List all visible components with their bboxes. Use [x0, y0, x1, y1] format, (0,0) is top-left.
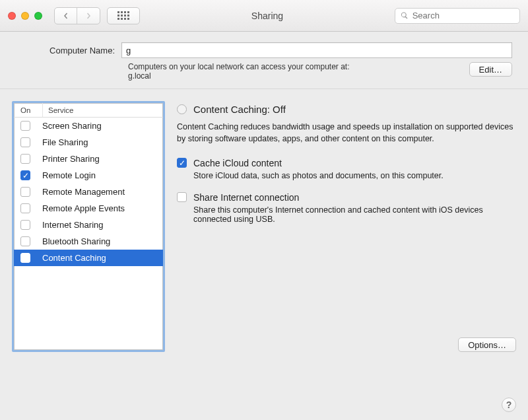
service-label: Remote Login: [42, 170, 96, 180]
share-internet-label: Share Internet connection: [193, 192, 299, 203]
service-row[interactable]: Bluetooth Sharing: [14, 233, 163, 250]
sharing-prefpane: Sharing Computer Name: g Computers on yo…: [0, 0, 528, 420]
back-button[interactable]: [55, 8, 77, 24]
service-row[interactable]: Remote Management: [14, 184, 163, 200]
minimize-window-button[interactable]: [21, 12, 29, 20]
service-row[interactable]: File Sharing: [14, 134, 163, 151]
service-enable-checkbox[interactable]: [20, 137, 30, 147]
services-list-header: On Service: [14, 103, 163, 118]
service-label: Remote Management: [42, 187, 125, 197]
computer-name-section: Computer Name: g Computers on your local…: [0, 32, 528, 89]
service-detail: Content Caching: Off Content Caching red…: [177, 101, 516, 352]
service-enable-checkbox[interactable]: [20, 253, 30, 263]
service-enable-checkbox[interactable]: [20, 154, 30, 164]
forward-button[interactable]: [77, 8, 100, 24]
close-window-button[interactable]: [8, 12, 16, 20]
content-area: On Service Screen SharingFile SharingPri…: [0, 89, 528, 364]
computer-name-field[interactable]: g: [121, 42, 512, 58]
share-internet-checkbox[interactable]: [177, 192, 187, 202]
service-row[interactable]: Screen Sharing: [14, 118, 163, 134]
search-icon: [401, 11, 409, 20]
share-internet-description: Share this computer's Internet connectio…: [193, 205, 516, 224]
service-label: Screen Sharing: [42, 121, 102, 131]
column-service-header[interactable]: Service: [43, 103, 163, 117]
service-row[interactable]: Remote Login: [14, 167, 163, 184]
service-status: Content Caching: Off: [193, 104, 286, 115]
cache-icloud-checkbox[interactable]: [177, 158, 187, 168]
services-list-body: Screen SharingFile SharingPrinter Sharin…: [14, 118, 163, 350]
service-row[interactable]: Remote Apple Events: [14, 200, 163, 217]
chevron-left-icon: [63, 13, 69, 19]
back-forward-segment: [54, 7, 100, 24]
computer-name-hint: Computers on your local network can acce…: [128, 62, 349, 81]
services-list[interactable]: On Service Screen SharingFile SharingPri…: [12, 101, 165, 352]
service-row[interactable]: Printer Sharing: [14, 151, 163, 167]
titlebar: Sharing: [0, 0, 528, 32]
service-enable-checkbox[interactable]: [20, 236, 30, 246]
zoom-window-button[interactable]: [34, 12, 42, 20]
service-description: Content Caching reduces bandwidth usage …: [177, 122, 516, 145]
edit-hostname-button[interactable]: Edit…: [469, 62, 512, 77]
service-label: File Sharing: [42, 137, 88, 147]
show-all-button[interactable]: [107, 7, 140, 24]
options-button[interactable]: Options…: [458, 337, 516, 352]
service-label: Content Caching: [42, 253, 106, 263]
service-label: Internet Sharing: [42, 220, 104, 230]
service-label: Remote Apple Events: [42, 203, 125, 213]
status-indicator-icon: [177, 104, 187, 114]
window-controls: [8, 12, 42, 20]
service-label: Bluetooth Sharing: [42, 236, 110, 246]
cache-icloud-label: Cache iCloud content: [193, 158, 282, 168]
service-enable-checkbox[interactable]: [20, 187, 30, 197]
service-enable-checkbox[interactable]: [20, 121, 30, 131]
service-row[interactable]: Internet Sharing: [14, 217, 163, 233]
service-enable-checkbox[interactable]: [20, 170, 30, 180]
service-row[interactable]: Content Caching: [14, 250, 163, 266]
computer-name-value: g: [126, 46, 131, 55]
column-on-header[interactable]: On: [14, 103, 43, 117]
grid-icon: [117, 11, 129, 20]
chevron-right-icon: [85, 13, 92, 19]
service-enable-checkbox[interactable]: [20, 203, 30, 213]
search-field[interactable]: [395, 8, 520, 24]
computer-name-label: Computer Name:: [16, 46, 121, 55]
service-enable-checkbox[interactable]: [20, 220, 30, 230]
search-input[interactable]: [412, 11, 514, 20]
service-label: Printer Sharing: [42, 154, 100, 164]
window-title: Sharing: [147, 11, 388, 21]
cache-icloud-description: Store iCloud data, such as photos and do…: [193, 171, 516, 180]
help-button[interactable]: ?: [502, 398, 516, 412]
